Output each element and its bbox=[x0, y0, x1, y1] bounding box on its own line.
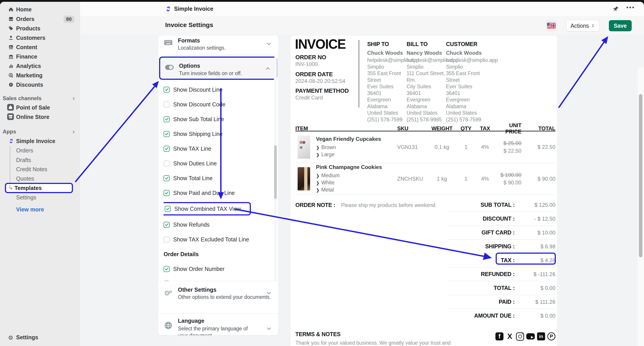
checkbox[interactable] bbox=[164, 116, 170, 122]
total-row-subtotal: SUB TOTAL :$ 125.00 bbox=[448, 198, 556, 212]
sidebar-item-app-credit-notes[interactable]: Credit Notes bbox=[0, 165, 80, 174]
sidebar-item-home[interactable]: Home bbox=[0, 5, 80, 14]
select-arrows-icon bbox=[591, 23, 595, 28]
order-date-label: ORDER DATE bbox=[295, 71, 333, 78]
youtube-icon bbox=[526, 333, 535, 340]
option-show-discount-line[interactable]: Show Discount Line bbox=[164, 86, 272, 93]
chevron-right-icon: › bbox=[72, 128, 75, 135]
invoice-preview: INVOICE ORDER NO INV-1000 ORDER DATE 202… bbox=[290, 35, 557, 346]
option-show-combined-tax-view-highlighted[interactable]: Show Combined TAX View bbox=[164, 202, 251, 215]
option-show-sub-total-line[interactable]: Show Sub Total Line bbox=[164, 116, 272, 123]
panel-scrollbar-thumb[interactable] bbox=[274, 145, 277, 199]
gears-icon: ⚙⚙ bbox=[164, 289, 172, 296]
chevron-down-icon bbox=[266, 291, 272, 296]
checkbox[interactable] bbox=[164, 101, 170, 108]
sidebar-item-simple-invoice[interactable]: Simple Invoice bbox=[0, 136, 80, 146]
sidebar-item-online-store[interactable]: Online Store bbox=[0, 112, 80, 122]
order-note: ORDER NOTE : Please ship my products bef… bbox=[295, 202, 436, 208]
options-highlight-box[interactable]: Options Turn invoice fields on or off. bbox=[159, 57, 277, 80]
section-divider bbox=[158, 55, 278, 55]
option-show-total-line[interactable]: Show Total Line bbox=[164, 175, 272, 181]
linkedin-icon: in bbox=[537, 332, 545, 341]
total-row-total: TOTAL :$ 0.00 bbox=[448, 281, 556, 295]
target-cursor-icon bbox=[8, 72, 14, 78]
sidebar-item-point-of-sale[interactable]: Point of Sale bbox=[0, 103, 80, 112]
sidebar-item-content[interactable]: Content bbox=[0, 42, 80, 52]
total-row-gift-card: GIFT CARD :$ 10.00 bbox=[448, 225, 556, 239]
option-show-paid-and-due-line[interactable]: Show Paid and Due Line bbox=[164, 189, 272, 196]
sidebar-item-app-quotes[interactable]: Quotes bbox=[0, 174, 80, 183]
customer-block: CUSTOMER Chuck Woods helpdesk@simplio.ap… bbox=[446, 41, 485, 123]
checkbox[interactable] bbox=[164, 222, 170, 228]
checkbox[interactable] bbox=[164, 146, 170, 152]
app-canvas: Home Orders 80 Products Customers Conten… bbox=[0, 2, 644, 346]
sidebar-item-finance[interactable]: Finance bbox=[0, 52, 80, 61]
sidebar-item-app-settings[interactable]: Settings bbox=[0, 193, 80, 202]
sidebar-item-products[interactable]: Products bbox=[0, 24, 80, 33]
total-row-amount-due: AMOUNT DUE :$ 0.00 bbox=[448, 309, 556, 323]
option-show-duties-line[interactable]: Show Duties Line bbox=[164, 160, 272, 167]
bar-chart-icon bbox=[8, 63, 14, 69]
totals-block: SUB TOTAL :$ 125.00 DISCOUNT :- $ 12.50 … bbox=[448, 198, 556, 323]
invoice-settings-panel: Formats Localization settings. Options T… bbox=[158, 35, 278, 335]
sidebar-item-app-templates-highlighted[interactable]: ↳ Templates bbox=[5, 183, 73, 193]
sales-channels-section[interactable]: Sales channels › bbox=[0, 93, 80, 103]
checkbox[interactable] bbox=[164, 131, 170, 137]
toggle-icon bbox=[165, 65, 174, 72]
app-title: Simple Invoice bbox=[174, 5, 213, 12]
orders-icon bbox=[8, 16, 14, 22]
sidebar-item-marketing[interactable]: Marketing bbox=[0, 71, 80, 80]
sidebar-view-more-link[interactable]: View more bbox=[0, 205, 80, 214]
checkbox[interactable] bbox=[164, 175, 170, 181]
sidebar-item-app-drafts[interactable]: Drafts bbox=[0, 155, 80, 165]
simple-invoice-logo bbox=[165, 5, 172, 12]
line-items-table: ITEM SKU WEIGHT QTY TAX UNIT PRICE TOTAL… bbox=[295, 122, 556, 195]
social-icons: f X in P bbox=[496, 332, 556, 341]
save-button[interactable]: Save bbox=[609, 20, 632, 31]
sidebar-item-customers[interactable]: Customers bbox=[0, 33, 80, 42]
language-section[interactable]: Language Select the primary language of … bbox=[158, 314, 278, 335]
option-show-tax-line[interactable]: Show TAX Line bbox=[164, 145, 272, 152]
page-title: Invoice Settings bbox=[165, 21, 213, 29]
option-show-order-number[interactable]: Show Order Number bbox=[164, 266, 272, 272]
x-icon: X bbox=[506, 332, 514, 341]
terms-text: Thank you for your valued business. We g… bbox=[295, 340, 456, 346]
orders-count-badge: 80 bbox=[64, 16, 74, 23]
pin-icon[interactable] bbox=[613, 6, 619, 12]
sidebar-item-settings[interactable]: ⚙ Settings bbox=[0, 333, 80, 342]
more-options-icon[interactable]: ••• bbox=[626, 4, 635, 11]
total-row-refunded: REFUNDED :$ -111.26 bbox=[448, 267, 556, 281]
language-flag-button[interactable] bbox=[546, 20, 557, 31]
table-row: Vegan Friendly Cupcakes ❯Brown ❯Large VG… bbox=[295, 131, 556, 163]
chevron-right-icon: › bbox=[72, 94, 75, 102]
option-show-tax-excluded-total-line[interactable]: Show TAX Excluded Total Line bbox=[164, 236, 272, 243]
apps-section[interactable]: Apps › bbox=[0, 127, 80, 136]
page-scrollbar-thumb[interactable] bbox=[639, 94, 642, 257]
checkbox[interactable] bbox=[164, 87, 170, 93]
instagram-icon bbox=[516, 332, 524, 341]
other-settings-section[interactable]: ⚙⚙ Other Settings Other options to exten… bbox=[158, 281, 278, 313]
sidebar-item-orders[interactable]: Orders 80 bbox=[0, 14, 80, 24]
gear-icon: ⚙ bbox=[8, 334, 14, 340]
sidebar-item-analytics[interactable]: Analytics bbox=[0, 61, 80, 71]
checkbox[interactable] bbox=[165, 206, 171, 212]
chevron-up-icon bbox=[266, 66, 270, 71]
checkbox[interactable] bbox=[164, 190, 170, 196]
settings-bottom-sections: ⚙⚙ Other Settings Other options to exten… bbox=[158, 281, 278, 335]
sidebar-item-discounts[interactable]: Discounts bbox=[0, 80, 80, 89]
tag-icon bbox=[8, 25, 14, 31]
checkbox[interactable] bbox=[164, 161, 170, 167]
checkbox[interactable] bbox=[164, 236, 170, 242]
order-no-label: ORDER NO bbox=[295, 54, 326, 61]
option-show-discount-code[interactable]: Show Discount Code bbox=[164, 101, 272, 108]
total-row-paid: PAID :$ 111.26 bbox=[448, 295, 556, 309]
keyboard-icon bbox=[164, 39, 172, 46]
option-show-refunds[interactable]: Show Refunds bbox=[164, 221, 272, 228]
terms-heading: TERMS & NOTES bbox=[295, 331, 340, 338]
option-show-shipping-line[interactable]: Show Shipping Line bbox=[164, 131, 272, 137]
sidebar-item-app-orders[interactable]: Orders bbox=[0, 146, 80, 155]
invoice-title: INVOICE bbox=[295, 36, 346, 52]
actions-button[interactable]: Actions bbox=[566, 20, 600, 31]
product-image bbox=[298, 167, 310, 190]
checkbox[interactable] bbox=[164, 266, 170, 272]
